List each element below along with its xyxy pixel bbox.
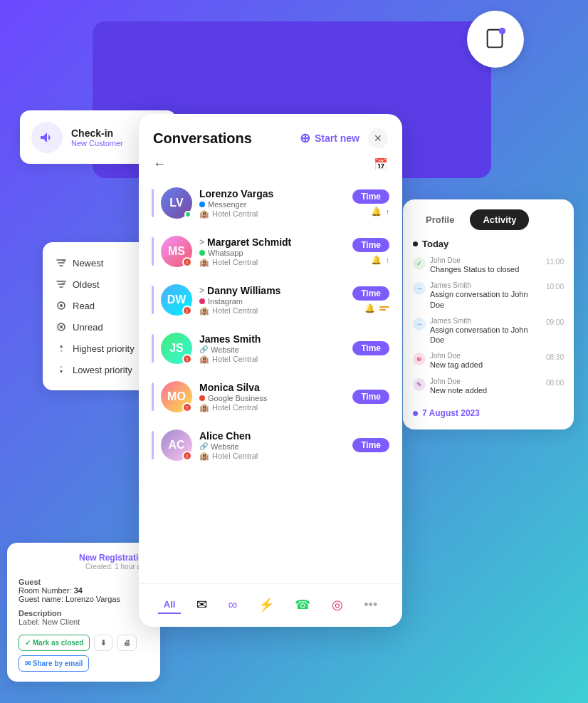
accent-bar bbox=[152, 286, 154, 314]
reg-tag-label: Label: New Client bbox=[19, 618, 149, 626]
panel-header: Conversations ⊕ Start new ✕ bbox=[139, 114, 402, 148]
chevron-icon: > bbox=[199, 286, 204, 296]
filter-read[interactable]: Read bbox=[56, 295, 147, 316]
activity-section: Today ✓ John Doe Changes Status to close… bbox=[403, 230, 574, 395]
tab-website[interactable]: ∞ bbox=[222, 595, 243, 615]
today-label: Today bbox=[422, 239, 448, 249]
red-badge: ! bbox=[182, 306, 192, 316]
date-divider-label: 7 August 2023 bbox=[422, 408, 480, 418]
assign-icon: → bbox=[413, 282, 426, 295]
date-divider: 7 August 2023 bbox=[403, 402, 574, 418]
notification-icon-circle[interactable] bbox=[467, 11, 524, 68]
conv-name-james: James Smith bbox=[199, 333, 352, 345]
accent-bar bbox=[152, 237, 154, 266]
note-icon: ✎ bbox=[413, 378, 426, 391]
red-badge: ! bbox=[182, 257, 192, 267]
download-button[interactable]: ⬇ bbox=[94, 635, 112, 651]
hotel-icon: 🏨 bbox=[199, 306, 209, 316]
activity-tab-label: Activity bbox=[483, 214, 516, 225]
conv-item-margaret[interactable]: MS ! > Margaret Schmidt Whatsapp 🏨 Hotel… bbox=[146, 229, 395, 274]
tab-all[interactable]: All bbox=[158, 596, 182, 614]
activity-user-2: James Smith bbox=[430, 317, 542, 325]
close-button[interactable]: ✕ bbox=[368, 128, 388, 148]
conv-item-danny[interactable]: DW ! > Danny Williams Instagram 🏨 Hotel … bbox=[146, 277, 395, 323]
activity-action-4: New note added bbox=[430, 385, 542, 395]
activity-time-4: 08:00 bbox=[546, 379, 564, 387]
start-new-button[interactable]: ⊕ Start new bbox=[300, 132, 359, 145]
share-email-button[interactable]: ✉ Share by email bbox=[19, 655, 89, 672]
activity-user-3: John Doe bbox=[430, 352, 542, 360]
accent-bar bbox=[152, 189, 154, 217]
filter-lowest[interactable]: Lowest priority bbox=[56, 359, 147, 380]
time-badge-lorenzo: Time bbox=[352, 189, 389, 204]
filter-highest-label: Highest priority bbox=[73, 343, 135, 354]
up-arrow-icon: ↑ bbox=[386, 207, 390, 216]
oldest-icon bbox=[56, 278, 67, 290]
activity-panel: Profile Activity Today ✓ John Doe Change… bbox=[403, 199, 574, 429]
filter-oldest[interactable]: Oldest bbox=[56, 274, 147, 295]
website-icon: ∞ bbox=[228, 598, 237, 613]
activity-time-0: 11:00 bbox=[546, 258, 564, 266]
bell-icon: 🔔 bbox=[371, 207, 382, 217]
channel-label: Website bbox=[211, 345, 239, 354]
activity-action-2: Assign conversation to John Doe bbox=[430, 325, 542, 345]
filter-highest[interactable]: Highest priority bbox=[56, 338, 147, 359]
conv-name-margaret: > Margaret Schmidt bbox=[199, 236, 352, 248]
tab-messenger[interactable]: ⚡ bbox=[253, 594, 280, 615]
tab-whatsapp[interactable]: ☎ bbox=[289, 594, 316, 615]
calendar-button[interactable]: 📅 bbox=[374, 157, 388, 171]
activity-action-1: Assign conversation to John Doe bbox=[430, 289, 542, 310]
tab-email[interactable]: ✉ bbox=[191, 594, 213, 615]
today-dot bbox=[413, 241, 418, 246]
hotel-name: Hotel Central bbox=[212, 306, 258, 315]
filter-unread[interactable]: Unread bbox=[56, 316, 147, 338]
hotel-name: Hotel Central bbox=[212, 258, 258, 266]
hotel-icon: 🏨 bbox=[199, 452, 209, 461]
website-icon: 🔗 bbox=[199, 345, 208, 353]
hotel-name: Hotel Central bbox=[212, 209, 258, 218]
channel-label: Website bbox=[211, 442, 239, 451]
panel-title: Conversations bbox=[153, 130, 252, 147]
megaphone-icon bbox=[38, 129, 56, 146]
conv-item-james[interactable]: JS ! James Smith 🔗 Website 🏨 Hotel Centr… bbox=[146, 326, 395, 371]
mark-closed-button[interactable]: ✓ Mark as closed bbox=[19, 635, 90, 651]
activity-tabs: Profile Activity bbox=[403, 199, 574, 230]
hotel-name: Hotel Central bbox=[212, 452, 258, 460]
activity-item-0: ✓ John Doe Changes Status to closed 11:0… bbox=[413, 256, 564, 274]
channel-label: Google Business bbox=[208, 394, 267, 402]
channel-label: Instagram bbox=[208, 297, 243, 306]
svg-point-3 bbox=[60, 304, 63, 307]
tab-more[interactable]: ••• bbox=[358, 595, 383, 615]
reg-room: Room Number: 34 bbox=[19, 586, 149, 595]
filter-read-label: Read bbox=[73, 301, 95, 311]
back-button[interactable]: ← bbox=[153, 157, 166, 172]
whatsapp-icon: ☎ bbox=[295, 597, 310, 613]
chevron-icon: > bbox=[199, 237, 204, 247]
newest-icon bbox=[56, 257, 67, 269]
website-icon: 🔗 bbox=[199, 442, 208, 450]
activity-item-2: → James Smith Assign conversation to Joh… bbox=[413, 317, 564, 345]
conv-item-lorenzo[interactable]: LV Lorenzo Vargas Messenger 🏨 Hotel Cent… bbox=[146, 180, 395, 226]
conv-item-alice[interactable]: AC ! Alice Chen 🔗 Website 🏨 Hotel Centra… bbox=[146, 422, 395, 468]
activity-item-1: → James Smith Assign conversation to Joh… bbox=[413, 281, 564, 310]
up-arrow-icon: ↑ bbox=[386, 256, 390, 264]
hotel-name: Hotel Central bbox=[212, 403, 258, 412]
conv-name-danny: > Danny Williams bbox=[199, 285, 352, 296]
conv-item-monica[interactable]: MO ! Monica Silva Google Business 🏨 Hote… bbox=[146, 374, 395, 420]
print-button[interactable]: 🖨 bbox=[117, 635, 137, 651]
channel-tabs: All ✉ ∞ ⚡ ☎ ◎ ••• bbox=[139, 583, 402, 627]
filter-lowest-label: Lowest priority bbox=[73, 365, 132, 375]
tab-activity[interactable]: Activity bbox=[470, 209, 529, 230]
filter-newest-label: Newest bbox=[73, 258, 103, 269]
reg-title: New Registration bbox=[19, 553, 149, 563]
activity-time-2: 09:00 bbox=[546, 318, 564, 326]
filter-newest[interactable]: Newest bbox=[56, 252, 147, 274]
read-icon bbox=[56, 300, 67, 311]
checkin-subtitle: New Customer bbox=[71, 139, 123, 147]
tab-profile[interactable]: Profile bbox=[413, 209, 467, 230]
filter-unread-label: Unread bbox=[73, 322, 103, 333]
svg-point-1 bbox=[499, 28, 506, 35]
activity-time-1: 10:00 bbox=[546, 283, 564, 291]
tab-instagram[interactable]: ◎ bbox=[326, 594, 349, 615]
reg-desc-label: Description bbox=[19, 609, 149, 618]
